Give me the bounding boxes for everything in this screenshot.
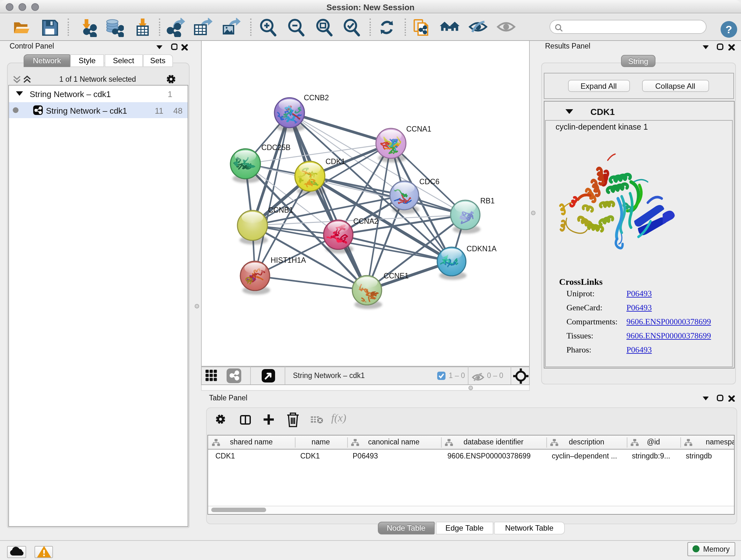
svg-text:CCNB2: CCNB2	[304, 94, 329, 102]
svg-text:CCNE1: CCNE1	[383, 272, 408, 280]
svg-text:RB1: RB1	[480, 197, 494, 205]
svg-text:CCNA2: CCNA2	[353, 217, 378, 226]
svg-text:CCNA1: CCNA1	[406, 125, 431, 133]
svg-text:?: ?	[726, 23, 732, 36]
svg-text:CDC6: CDC6	[419, 178, 439, 186]
svg-text:CDK1: CDK1	[325, 158, 345, 166]
svg-text:CDC25B: CDC25B	[261, 143, 290, 152]
svg-text:HIST1H1A: HIST1H1A	[270, 256, 306, 264]
svg-text:CCNB1: CCNB1	[268, 206, 293, 214]
svg-text:CDKN1A: CDKN1A	[466, 245, 496, 253]
